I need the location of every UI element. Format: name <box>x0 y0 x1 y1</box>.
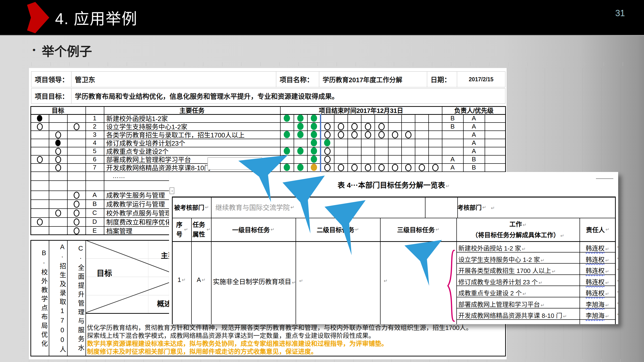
gantt-dot-green <box>311 147 317 155</box>
pilcrow-mark: ↵ <box>207 225 210 234</box>
table-border <box>30 106 506 107</box>
gantt-dot-circle <box>405 164 412 171</box>
owner-name: 韩连权 <box>586 245 605 252</box>
project-date-label-text: 日期： <box>430 75 451 84</box>
gantt-dot-circle <box>378 164 385 171</box>
pilcrow-mark: ↵ <box>560 233 564 238</box>
gantt-dot-circle <box>365 131 371 138</box>
assessor-dept-label-text: 考核部门 <box>458 203 482 211</box>
work-item-owner: 李旭海↵ <box>580 300 615 309</box>
gantt-dot-green <box>311 156 317 163</box>
work-item-label: 设立学生支持服务中心 1-2 家 <box>458 256 540 263</box>
body-level1-cell: 实施非全日制学历教育项目↵ <box>213 277 295 286</box>
work-item-label: 新建校外函授站 1-2 家 <box>458 245 521 252</box>
gantt-dot-green <box>311 139 317 146</box>
letter-row-id: B <box>86 199 104 208</box>
row-end-mark: ↵ <box>617 255 618 261</box>
letter-row-id: C <box>86 208 104 217</box>
gantt-dot-orange <box>311 164 317 171</box>
table-vline <box>49 114 49 235</box>
col-header-work: 工作↵ （将目标任务分解成具体工作）↵ <box>456 219 580 239</box>
work-item-owner: 韩连权↵ <box>580 266 615 275</box>
owner-letter: B <box>442 122 463 131</box>
gantt-dot-circle <box>351 131 358 138</box>
pilcrow-mark: ↵ <box>446 183 450 188</box>
gantt-dot-circle <box>324 148 330 155</box>
col-header-level1-text: 一级目标任务 <box>232 225 270 234</box>
gantt-dot-green <box>297 123 304 130</box>
gantt-dot-circle <box>419 164 425 171</box>
row-end-mark: ↵ <box>617 300 618 306</box>
bullet-text: 举个例子 <box>42 45 92 59</box>
goal-mark-circle <box>55 164 61 171</box>
goal-mark-circle <box>74 123 80 130</box>
assessed-dept-label: 被考核部门↵ <box>172 196 211 218</box>
summary-line-3: 数字共享资源课程建设标准未达成，拟与教务处协同，成立专家组推进标准建设和过程指导… <box>87 340 504 348</box>
gantt-dot-green <box>297 115 304 122</box>
pilcrow-mark: ↵ <box>541 303 544 308</box>
table-vline <box>104 106 104 235</box>
pilcrow-mark: ↵ <box>182 277 186 283</box>
project-name-label: 项目名称： <box>276 71 320 87</box>
red-flag-icon <box>27 2 51 33</box>
work-item-label: 开展各类型成教招生 1700 人以上 <box>458 267 551 274</box>
work-item-text: 成教重点专业建设 2 个↵ <box>458 288 578 297</box>
owner-name: 韩连权 <box>586 267 605 274</box>
row-end-mark: ↵ <box>617 266 618 272</box>
overlay-title-text: 表 4···本部门目标任务分解一览表 <box>338 181 445 189</box>
section-border <box>30 240 31 357</box>
work-item-label: 开发成教网络精品资源共享课 8-10 门 <box>458 312 562 319</box>
body-level2-pilcrow: ↵ <box>299 278 303 284</box>
gantt-dot-green <box>297 147 304 155</box>
col-header-work-line2: （将目标任务分解成具体工作） <box>472 231 560 239</box>
gantt-dot-circle <box>338 164 344 171</box>
col-header-level3-text: 三级目标任务 <box>397 225 435 234</box>
work-item-owner: 韩连权↵ <box>580 243 615 252</box>
letter-row-id: D <box>86 217 104 226</box>
work-item-label: 部署成教网上管理和学习平台 <box>458 301 540 308</box>
pilcrow-mark: ↵ <box>605 314 609 319</box>
gantt-dot-circle <box>432 164 438 171</box>
gantt-dot-circle <box>378 131 385 138</box>
gantt-dot-green <box>284 147 290 155</box>
assessed-dept-value-text: 继续教育与国际交流学院 <box>216 202 290 212</box>
project-date-value: 2017/2/15 <box>457 71 506 87</box>
blue-arrow-icon <box>238 155 288 202</box>
row-end-mark: ↵ <box>617 289 618 295</box>
pilcrow-mark: ↵ <box>522 291 526 296</box>
slide: 4. 应用举例 31 •举个例子 项目领导： 管卫东 项目名称： 学历教育201… <box>0 0 644 362</box>
work-item-text: 新建校外函授站 1-2 家↵ <box>458 243 578 252</box>
work-item-text: 开发成教网络精品资源共享课 8-10 门↵ <box>458 311 578 320</box>
body-attr-cell: A↵ <box>191 276 211 284</box>
goal-mark-circle <box>37 156 43 163</box>
body-attr-text: A <box>197 276 201 284</box>
bullet-line: •举个例子 <box>32 41 92 60</box>
pilcrow-mark: ↵ <box>563 314 567 319</box>
letter-row-id: E <box>86 226 104 235</box>
project-leader-label-text: 项目领导： <box>35 75 68 84</box>
gantt-dot-circle <box>338 123 344 130</box>
project-name-label-text: 项目名称： <box>280 75 314 84</box>
letter-row-id: A <box>86 190 104 199</box>
pilcrow-mark: ↵ <box>605 269 609 274</box>
owner-name: 李旭海 <box>586 301 605 308</box>
body-level3-pilcrow: ↵ <box>384 278 388 284</box>
task-number: 4 <box>86 139 104 147</box>
pilcrow-mark: ↵ <box>523 222 527 227</box>
project-leader-text: 管卫东 <box>75 75 95 84</box>
pilcrow-mark: ↵ <box>482 204 486 210</box>
pilcrow-mark: ↵ <box>552 269 556 274</box>
pilcrow-mark: ↵ <box>205 204 209 210</box>
owner-name: 韩连权 <box>586 256 605 263</box>
project-goal-text: 学历教育布局和专业结构优化，信息化服务和管理水平提升，专业和资源建设取得成果。 <box>75 91 338 101</box>
owner-letter: A <box>463 147 484 155</box>
goal-mark-circle <box>55 148 61 155</box>
goal-mark-circle <box>37 218 43 225</box>
project-name-value: 学历教育2017年度工作分解 <box>319 71 428 87</box>
goal-mark-circle <box>74 218 80 225</box>
blue-arrow-icon <box>282 176 325 233</box>
work-item-label: 修订成教专业培养计划 23 个 <box>458 279 538 286</box>
column-ticks-top <box>32 62 630 66</box>
vertical-label-a: A·招生及录取1700人 <box>49 243 67 355</box>
pilcrow-mark: ↵ <box>541 258 544 263</box>
